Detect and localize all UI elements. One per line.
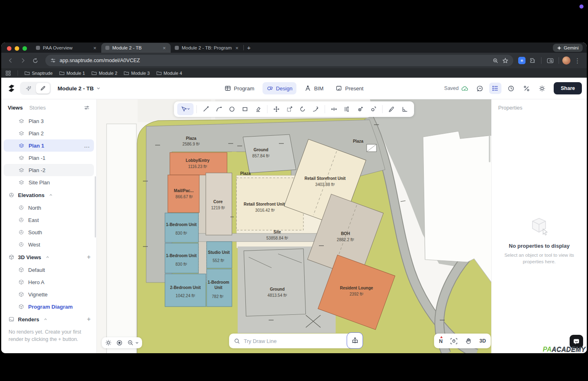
offset-outer-tool[interactable] bbox=[354, 103, 366, 115]
focus-target-icon[interactable] bbox=[116, 339, 123, 346]
tab-program[interactable]: Program bbox=[220, 82, 258, 94]
capture-view-icon[interactable] bbox=[450, 338, 458, 345]
extensions-puzzle-icon[interactable] bbox=[527, 55, 538, 66]
sidebar-item-plan-2[interactable]: Plan 2 bbox=[1, 127, 96, 139]
history-clock-button[interactable] bbox=[505, 83, 517, 94]
room-studio[interactable] bbox=[207, 242, 232, 268]
angle-tool[interactable] bbox=[399, 103, 411, 115]
site-settings-icon[interactable] bbox=[50, 58, 56, 63]
circle-tool[interactable] bbox=[226, 103, 238, 115]
sidebar-item-hero-a[interactable]: Hero A bbox=[1, 276, 96, 288]
close-window-button[interactable] bbox=[7, 46, 11, 51]
share-button[interactable]: Share bbox=[554, 82, 582, 94]
sidebar-item-program-diagram[interactable]: Program Diagram bbox=[1, 300, 96, 313]
sidebar-item-plan-neg2[interactable]: Plan -2 bbox=[4, 164, 94, 176]
tab-close-icon[interactable]: × bbox=[235, 45, 240, 51]
document-title[interactable]: Module 2 - TB bbox=[58, 85, 100, 92]
filter-icon[interactable] bbox=[84, 105, 90, 111]
outliner-list-button[interactable] bbox=[489, 83, 501, 94]
sidebar-tab-stories[interactable]: Stories bbox=[29, 105, 46, 111]
tab-close-icon[interactable]: × bbox=[162, 45, 167, 51]
forward-button[interactable] bbox=[18, 55, 28, 66]
room-1bed-a[interactable] bbox=[165, 213, 198, 242]
room-2bed[interactable] bbox=[165, 274, 206, 307]
room-lobby-entry[interactable] bbox=[170, 152, 227, 175]
sidebar-item-plan-neg1[interactable]: Plan -1 bbox=[1, 152, 96, 164]
move-tool[interactable] bbox=[270, 103, 283, 115]
design-canvas[interactable]: ↔ Plaza 2586.9 ft² Lobby/Entry 1116.23 f… bbox=[97, 99, 491, 353]
sidebar-item-default[interactable]: Default bbox=[1, 264, 96, 276]
sidebar-tab-views[interactable]: Views bbox=[8, 105, 23, 111]
offset-inner-tool[interactable] bbox=[367, 103, 379, 115]
item-menu-icon[interactable]: ... bbox=[84, 143, 90, 149]
back-button[interactable] bbox=[5, 55, 16, 66]
bookmark-item[interactable]: Module 3 bbox=[124, 71, 149, 76]
tab-close-icon[interactable]: × bbox=[92, 45, 97, 51]
bookmark-item[interactable]: Snaptrude bbox=[24, 71, 53, 76]
eraser-tool[interactable] bbox=[252, 103, 264, 115]
edit-pencil-mode-button[interactable] bbox=[36, 83, 50, 94]
section-3d-views[interactable]: 3D Views + bbox=[1, 251, 96, 264]
sidebar-item-south[interactable]: South bbox=[1, 226, 96, 238]
sidebar-item-west[interactable]: West bbox=[1, 238, 96, 251]
bookmark-item[interactable]: Module 1 bbox=[59, 71, 85, 76]
profile-avatar[interactable] bbox=[562, 56, 570, 65]
tab-search-icon[interactable] bbox=[545, 55, 555, 66]
zoom-page-icon[interactable] bbox=[492, 58, 499, 64]
bookmark-star-icon[interactable] bbox=[502, 58, 508, 64]
fullscreen-window-button[interactable] bbox=[22, 46, 27, 51]
comments-button[interactable] bbox=[474, 83, 486, 94]
site-plan-drawing[interactable]: ↔ Plaza 2586.9 ft² Lobby/Entry 1116.23 f… bbox=[97, 99, 491, 353]
ai-sparkle-mode-button[interactable] bbox=[21, 83, 35, 94]
pan-hand-icon[interactable] bbox=[465, 338, 472, 345]
arc-tool[interactable] bbox=[213, 103, 225, 115]
compass-north-button[interactable]: N bbox=[439, 338, 443, 344]
browser-tab[interactable]: Module 2 - TB: Program × bbox=[171, 43, 243, 53]
section-elevations[interactable]: Elevations bbox=[1, 188, 96, 202]
line-tool[interactable] bbox=[200, 103, 212, 115]
toggle-3d-button[interactable]: 3D bbox=[479, 338, 486, 344]
room-1bed-b[interactable] bbox=[165, 243, 198, 273]
tab-bim[interactable]: BIM bbox=[301, 82, 327, 94]
display-settings-button[interactable] bbox=[536, 83, 548, 94]
browser-menu-icon[interactable]: ⋮ bbox=[572, 55, 583, 66]
tab-design[interactable]: Design bbox=[263, 82, 296, 94]
measure-tool[interactable] bbox=[385, 103, 398, 115]
sidebar-item-site-plan[interactable]: Site Plan bbox=[1, 176, 96, 188]
reload-button[interactable] bbox=[30, 55, 40, 66]
views-split-button[interactable] bbox=[520, 83, 532, 94]
pinned-extension-icon[interactable]: ✳ bbox=[518, 57, 526, 64]
fillet-tool[interactable] bbox=[310, 103, 322, 115]
copy-array-tool[interactable] bbox=[283, 103, 296, 115]
select-tool[interactable] bbox=[177, 103, 194, 115]
sidebar-item-plan-3[interactable]: Plan 3 bbox=[1, 115, 96, 127]
minimize-window-button[interactable] bbox=[15, 46, 19, 51]
tab-present[interactable]: Present bbox=[332, 82, 368, 94]
sidebar-item-north[interactable]: North bbox=[1, 202, 96, 214]
command-search-bar[interactable]: Try Draw Line bbox=[229, 334, 354, 348]
address-bar[interactable]: app.snaptrude.com/model/A0VCEZ bbox=[45, 55, 513, 66]
add-render-button[interactable]: + bbox=[87, 316, 91, 323]
settings-gear-icon[interactable] bbox=[105, 339, 112, 346]
sidebar-scrollbar[interactable] bbox=[95, 176, 96, 238]
new-tab-button[interactable]: + bbox=[244, 44, 255, 53]
bookmark-item[interactable]: Module 2 bbox=[91, 71, 117, 76]
browser-tab-active[interactable]: Module 2 - TB × bbox=[101, 43, 171, 53]
sidebar-item-east[interactable]: East bbox=[1, 214, 96, 226]
browser-tab[interactable]: PAA Overview × bbox=[32, 43, 101, 53]
stretch-horizontal-tool[interactable] bbox=[328, 103, 340, 115]
library-button[interactable] bbox=[347, 332, 363, 349]
zoom-tool-button[interactable] bbox=[127, 339, 139, 346]
room-core[interactable] bbox=[206, 173, 232, 235]
gemini-button[interactable]: Gemini bbox=[553, 44, 583, 52]
add-3d-view-button[interactable]: + bbox=[87, 253, 91, 261]
bookmark-item[interactable]: Module 4 bbox=[156, 71, 182, 76]
section-renders[interactable]: Renders + bbox=[1, 313, 96, 326]
sidebar-item-plan-1[interactable]: Plan 1 ... bbox=[4, 139, 94, 152]
rectangle-tool[interactable] bbox=[239, 103, 251, 115]
room-mail[interactable] bbox=[168, 175, 199, 213]
sidebar-item-vignette[interactable]: Vignette bbox=[1, 288, 96, 300]
apps-grid-icon[interactable] bbox=[5, 70, 11, 76]
canvas-scrollbar[interactable] bbox=[489, 135, 490, 162]
stretch-vertical-tool[interactable] bbox=[341, 103, 353, 115]
